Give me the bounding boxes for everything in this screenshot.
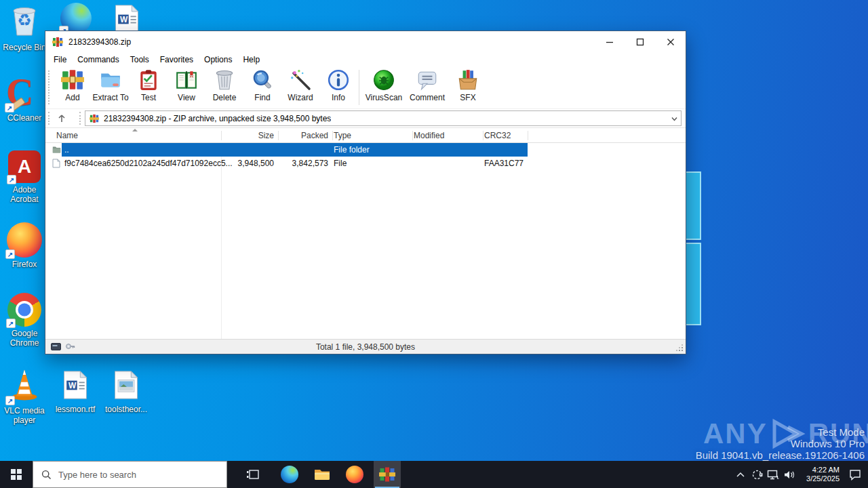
chevron-down-icon[interactable] [671,117,677,121]
title-bar[interactable]: 21832394308.zip [45,31,686,53]
clock-time: 4:22 AM [797,466,840,474]
network-icon [767,470,779,480]
address-combobox[interactable]: 21832394308.zip - ZIP archive, unpacked … [85,110,682,126]
taskbar-edge[interactable] [276,461,303,488]
address-bar: 21832394308.zip - ZIP archive, unpacked … [45,109,686,128]
test-button[interactable]: Test [130,68,167,102]
up-arrow-icon [57,114,66,123]
column-header-crc32[interactable]: CRC32 [484,131,511,140]
toolbar-grab-handle[interactable] [48,70,50,104]
delete-button[interactable]: Delete [205,68,243,102]
menu-file[interactable]: File [48,55,72,64]
taskbar-winrar-active[interactable] [374,461,401,488]
up-directory-button[interactable] [52,110,71,126]
adobe-acrobat-icon: A ↗ [8,150,41,183]
shortcut-arrow-icon: ↗ [6,319,16,328]
column-header-size[interactable]: Size [221,131,274,140]
sfx-button[interactable]: SFX [449,68,487,102]
shortcut-arrow-icon: ↗ [5,396,15,405]
chrome-icon: ↗ [7,293,41,327]
file-icon [52,159,60,170]
comment-bubble-icon [416,68,439,92]
tray-chevron-up[interactable] [732,461,749,488]
column-header-packed[interactable]: Packed [278,131,328,140]
desktop-icon-edge[interactable]: ↗ [54,3,98,34]
desktop-icon-label: CCleaner [7,113,42,123]
minimize-button[interactable] [594,31,625,53]
test-clipboard-icon [137,68,160,92]
desktop-icon-label: Recycle Bin [3,43,45,52]
winrar-icon [379,466,395,483]
close-button[interactable] [655,31,686,53]
toolbar-separator [359,70,359,105]
desktop-icon-vlc[interactable]: ↗ VLC media player [3,366,46,425]
info-button[interactable]: Info [319,68,357,102]
search-placeholder: Type here to search [58,470,136,480]
menu-favorites[interactable]: Favorites [155,55,199,64]
resize-grip[interactable] [682,350,683,351]
virusscan-button[interactable]: VirusScan [362,68,406,102]
menu-help[interactable]: Help [237,55,265,64]
desktop-icon-toolstheor[interactable]: toolstheor... [104,370,148,414]
winrar-app-icon [52,37,63,47]
column-header-type[interactable]: Type [334,131,351,140]
info-icon [327,68,350,92]
tray-network[interactable] [765,461,781,488]
svg-text:W: W [68,381,77,390]
watermark-build: Build 19041.vb_release.191206-1406 [696,449,865,461]
address-grab-handle[interactable] [48,112,50,125]
watermark-os: Windows 10 Pro [791,438,865,449]
desktop-icon-ccleaner[interactable]: C ↗ CCleaner [3,75,46,123]
tray-app-icon[interactable] [749,461,765,488]
selection-highlight [62,143,528,157]
start-button[interactable] [0,461,33,488]
add-button[interactable]: Add [54,68,92,102]
taskbar-firefox[interactable] [341,461,368,488]
desktop-icon-label: Adobe Acrobat [3,185,46,204]
table-row-file[interactable]: f9c7484cea6250d2102a245df47d71092ecc5...… [45,157,686,170]
view-button[interactable]: View [167,68,205,102]
chevron-up-icon [736,471,745,478]
ccleaner-icon: C ↗ [6,75,43,111]
virusscan-icon [372,68,395,92]
address-grab-handle[interactable] [79,112,81,125]
svg-text:W: W [120,15,128,24]
comment-button[interactable]: Comment [406,68,449,102]
window-title: 21832394308.zip [68,37,131,47]
add-archive-icon [61,68,84,92]
toolbar: Add Extract To Test [45,66,686,109]
winrar-window: 21832394308.zip File Commands Tools Favo… [45,30,686,354]
sfx-box-icon [456,68,479,92]
file-explorer-icon [313,466,331,483]
action-center-button[interactable] [842,461,868,488]
table-row-parent-folder[interactable]: .. File folder [45,143,686,157]
find-button[interactable]: Find [243,68,281,102]
sort-ascending-icon [132,129,138,131]
desktop-icon-adobe-acrobat[interactable]: A ↗ Adobe Acrobat [3,150,46,204]
desktop-icon-label: VLC media player [3,406,46,425]
tray-volume[interactable] [781,461,797,488]
taskbar-clock[interactable]: 4:22 AM 3/25/2025 [797,466,842,483]
archive-icon [90,114,99,123]
menu-commands[interactable]: Commands [72,55,124,64]
menu-bar: File Commands Tools Favorites Options He… [45,53,686,66]
column-header-modified[interactable]: Modified [414,131,444,140]
shortcut-arrow-icon: ↗ [7,175,16,184]
maximize-button[interactable] [625,31,655,53]
column-header-name[interactable]: Name [56,131,78,140]
menu-tools[interactable]: Tools [125,55,155,64]
watermark-mode: Test Mode [818,426,865,438]
desktop-icon-lessmon[interactable]: W lessmon.rtf [54,370,97,414]
menu-options[interactable]: Options [199,55,237,64]
taskbar-search[interactable]: Type here to search [33,461,227,488]
desktop-icon-google-chrome[interactable]: ↗ Google Chrome [3,293,46,348]
extract-to-button[interactable]: Extract To [92,68,130,102]
wizard-button[interactable]: Wizard [281,68,319,102]
list-header: Name Size Packed Type Modified CRC32 [45,128,686,143]
taskbar-file-explorer[interactable] [309,461,336,488]
task-view-button[interactable] [239,461,267,488]
desktop-icon-recycle-bin[interactable]: ♻ Recycle Bin [3,4,46,52]
firefox-icon: ↗ [7,222,42,258]
desktop-icon-firefox[interactable]: ↗ Firefox [3,222,46,269]
search-icon [41,470,52,480]
